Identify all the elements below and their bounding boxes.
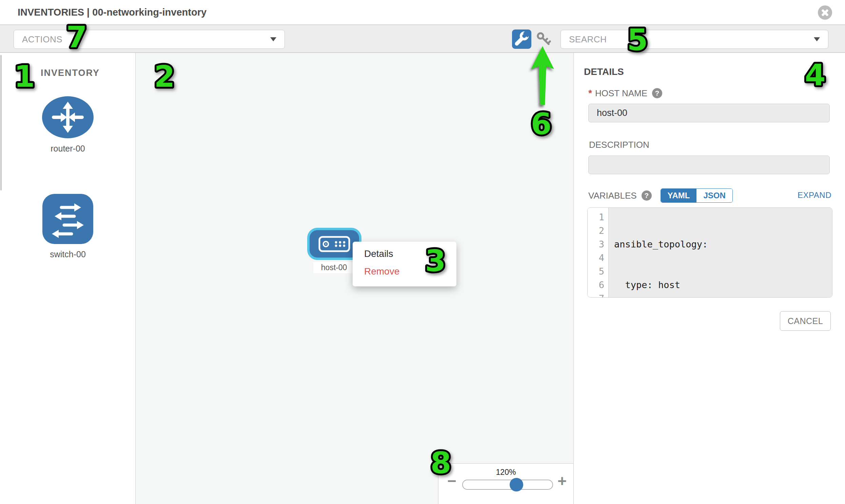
host-icon <box>316 234 353 254</box>
caret-down-icon <box>270 37 276 41</box>
variables-label: VARIABLES <box>588 191 637 201</box>
inventory-sidebar: INVENTORY router-00 <box>0 53 136 504</box>
help-icon[interactable]: ? <box>641 191 652 201</box>
sidebar-item-switch[interactable]: switch-00 <box>42 194 93 259</box>
zoom-slider[interactable] <box>462 480 553 490</box>
key-button[interactable] <box>535 31 553 48</box>
switch-icon <box>42 194 93 244</box>
expand-link[interactable]: EXPAND <box>797 191 831 200</box>
required-asterisk: * <box>588 88 592 98</box>
zoom-slider-thumb[interactable] <box>510 478 523 491</box>
router-icon <box>42 96 93 138</box>
host-name-label-text: HOST NAME <box>595 88 647 98</box>
wrench-icon <box>512 30 531 49</box>
topology-canvas[interactable]: host-00 Details Remove 120% − + <box>136 53 574 504</box>
sidebar-item-label: router-00 <box>42 144 93 154</box>
zoom-level: 120% <box>438 468 574 477</box>
toolbar: ACTIONS SEARCH <box>0 25 845 53</box>
variables-row: VARIABLES ? YAML JSON <box>588 188 733 203</box>
close-icon[interactable] <box>818 5 832 20</box>
description-input[interactable] <box>588 156 830 174</box>
key-icon <box>535 31 553 48</box>
header: INVENTORIES | 00-networking-inventory <box>0 0 845 25</box>
search-dropdown-label: SEARCH <box>569 34 606 45</box>
variables-code-editor[interactable]: 1 2 3 4 5 6 7 ansible_topology: type: ho… <box>587 208 832 298</box>
zoom-in-button[interactable]: + <box>558 473 567 489</box>
inventory-topology-page: INVENTORIES | 00-networking-inventory AC… <box>0 0 845 504</box>
details-panel: DETAILS * HOST NAME ? DESCRIPTION VARIAB… <box>574 53 845 504</box>
context-menu: Details Remove <box>353 242 456 286</box>
description-label-text: DESCRIPTION <box>589 140 649 150</box>
code-line: ansible_topology: <box>614 238 832 251</box>
sidebar-item-router[interactable]: router-00 <box>42 96 93 154</box>
zoom-control: 120% − + <box>438 463 574 504</box>
sidebar-title: INVENTORY <box>41 68 100 78</box>
zoom-out-button[interactable]: − <box>447 473 456 489</box>
variables-format-toggle: YAML JSON <box>661 188 733 203</box>
tab-json[interactable]: JSON <box>697 189 732 202</box>
actions-dropdown[interactable]: ACTIONS <box>14 30 285 49</box>
actions-dropdown-label: ACTIONS <box>22 34 63 45</box>
menu-item-details[interactable]: Details <box>353 245 456 263</box>
tab-yaml[interactable]: YAML <box>661 189 697 202</box>
menu-item-remove[interactable]: Remove <box>353 263 456 280</box>
sidebar-item-label: switch-00 <box>42 250 93 259</box>
host-name-label: * HOST NAME ? <box>588 88 662 98</box>
tools-button[interactable] <box>512 30 531 49</box>
description-label: DESCRIPTION <box>589 140 649 150</box>
code-line: type: host <box>614 278 832 292</box>
search-dropdown[interactable]: SEARCH <box>561 30 828 49</box>
caret-down-icon <box>814 37 820 41</box>
sidebar-scrollbar[interactable] <box>0 55 2 191</box>
editor-code[interactable]: ansible_topology: type: host name: host-… <box>609 208 832 297</box>
canvas-node-label: host-00 <box>313 262 355 273</box>
panel-title: DETAILS <box>584 67 624 77</box>
cancel-button[interactable]: CANCEL <box>780 311 831 331</box>
host-name-input[interactable] <box>588 104 830 122</box>
editor-line-numbers: 1 2 3 4 5 6 7 <box>588 208 609 297</box>
help-icon[interactable]: ? <box>652 88 662 98</box>
page-title: INVENTORIES | 00-networking-inventory <box>18 0 207 24</box>
